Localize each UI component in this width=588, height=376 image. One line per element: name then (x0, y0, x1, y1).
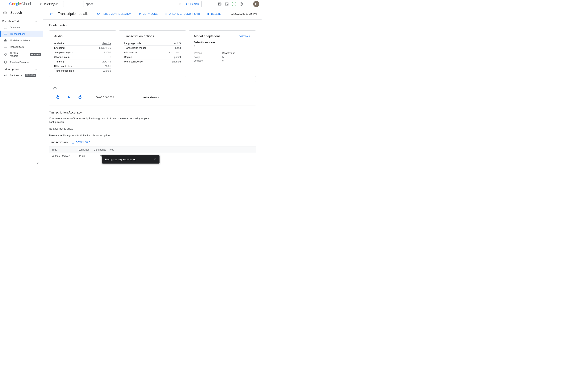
preview-badge: PREVIEW (25, 74, 36, 77)
timestamp: 03/20/2024, 12:36 PM (231, 12, 257, 15)
search-clear-button[interactable] (176, 1, 183, 7)
svg-rect-19 (5, 12, 5, 13)
svg-text:5: 5 (57, 97, 58, 98)
svg-rect-24 (4, 34, 5, 34)
chevron-up-icon (35, 68, 37, 71)
project-picker[interactable]: Test Project (37, 1, 64, 7)
adaptations-icon (4, 39, 7, 42)
close-icon (153, 158, 156, 161)
toast-message: Recognize request finished (105, 158, 136, 161)
boost-row: compost (194, 59, 222, 63)
avatar-letter: G (255, 2, 257, 6)
svg-rect-40 (5, 75, 5, 76)
upload-icon (165, 12, 168, 15)
reuse-configuration-button[interactable]: REUSE CONFIGURATION (95, 11, 133, 16)
search-button-label: Search (190, 2, 199, 6)
svg-point-37 (4, 53, 7, 56)
google-cloud-logo[interactable]: GoogleCloud (9, 2, 31, 6)
forward-5-button[interactable]: 5 (77, 94, 83, 100)
search-bar: Search (83, 1, 202, 7)
svg-rect-20 (6, 11, 6, 14)
accuracy-title: Transcription Accuracy (49, 111, 256, 114)
configuration-title: Configuration (49, 23, 256, 27)
svg-text:5: 5 (80, 97, 80, 98)
section-text-to-speech[interactable]: Text-to-Speech (0, 65, 43, 72)
toast: Recognize request finished (102, 155, 160, 163)
transcription-title: Transcription (49, 140, 68, 144)
svg-rect-32 (5, 46, 7, 46)
svg-rect-35 (4, 48, 5, 48)
svg-rect-30 (6, 40, 7, 42)
transcriptions-icon (4, 32, 7, 35)
view-audio-file-link[interactable]: View file (102, 42, 111, 45)
replay-5-button[interactable]: 5 (55, 94, 61, 100)
player-slider[interactable] (55, 89, 250, 89)
table-header: Time Language Confidence Text (49, 147, 256, 153)
home-icon (4, 26, 7, 29)
trash-icon (207, 12, 210, 15)
player-file: test-audio.wav (143, 96, 159, 99)
view-transcript-file-link[interactable]: View file (102, 60, 111, 63)
svg-point-8 (186, 3, 189, 5)
copy-code-button[interactable]: COPY CODE (136, 11, 160, 16)
main-content: Transcription details REUSE CONFIGURATIO… (43, 8, 262, 167)
play-button[interactable] (66, 94, 72, 100)
replay-icon: 5 (55, 95, 60, 100)
sidebar-item-model-adaptations[interactable]: Model Adaptations (0, 37, 43, 43)
page-title: Transcription details (58, 12, 88, 16)
sidebar-item-recognizers[interactable]: Recognizers (0, 43, 43, 50)
help-icon[interactable] (239, 2, 243, 6)
view-all-button[interactable]: VIEW ALL (239, 35, 251, 38)
download-button[interactable]: DOWNLOAD (72, 141, 91, 144)
notifications-button[interactable]: 1 (232, 2, 236, 6)
cloud-shell-icon[interactable] (225, 2, 229, 6)
cloud-shell-editor-icon[interactable] (218, 2, 222, 6)
upload-ground-truth-button[interactable]: UPLOAD GROUND TRUTH (163, 11, 202, 16)
svg-point-5 (40, 4, 41, 5)
back-button[interactable] (48, 10, 55, 17)
svg-point-38 (5, 54, 6, 55)
page-header: Transcription details REUSE CONFIGURATIO… (43, 8, 262, 20)
svg-rect-36 (5, 48, 7, 48)
hamburger-icon[interactable] (2, 2, 7, 6)
collapse-icon (37, 162, 40, 165)
product-header[interactable]: Speech (0, 8, 43, 17)
audio-player: 5 5 00:00.0 / 00:00.6 test-audio.wav (49, 81, 256, 105)
sidebar-item-synthesize[interactable]: Synthesize PREVIEW (0, 72, 43, 78)
delete-button[interactable]: DELETE (205, 11, 223, 16)
account-avatar[interactable]: G (253, 1, 259, 7)
svg-rect-33 (4, 47, 5, 47)
top-bar: GoogleCloud Test Project Search 1 (0, 0, 262, 8)
player-time: 00:00.0 / 00:00.6 (96, 96, 115, 99)
chevron-up-icon (35, 20, 37, 22)
sidebar-item-custom-models[interactable]: Custom Models PREVIEW (0, 50, 43, 59)
collapse-sidebar-button[interactable] (37, 162, 40, 165)
search-button[interactable]: Search (183, 1, 201, 7)
project-icon (39, 3, 42, 5)
download-icon (72, 141, 75, 144)
sidebar: Speech Speech-to-Text Overview Transcrip… (0, 8, 43, 167)
sidebar-item-transcriptions[interactable]: Transcriptions (0, 31, 43, 37)
phrase-header: Phrase (194, 51, 222, 55)
svg-rect-28 (4, 40, 5, 42)
sidebar-item-preview-features[interactable]: Preview Features (0, 59, 43, 65)
svg-rect-26 (4, 35, 5, 35)
section-speech-to-text[interactable]: Speech-to-Text (0, 17, 43, 24)
sidebar-item-overview[interactable]: Overview (0, 24, 43, 31)
arrow-left-icon (49, 12, 53, 16)
svg-point-4 (41, 3, 42, 4)
default-boost-value: 4 (194, 44, 251, 47)
svg-rect-29 (5, 39, 6, 42)
search-input[interactable] (84, 1, 176, 7)
svg-point-3 (40, 3, 41, 4)
card-audio-title: Audio (54, 34, 111, 38)
toast-close-button[interactable] (153, 158, 156, 161)
svg-point-16 (248, 5, 248, 5)
boost-header: Boost value (222, 51, 251, 55)
svg-rect-22 (4, 33, 5, 33)
svg-rect-23 (5, 33, 7, 33)
slider-thumb[interactable] (53, 87, 56, 90)
card-transcription-options: Transcription options Language codeen-US… (119, 30, 186, 77)
more-options-icon[interactable] (246, 2, 250, 6)
svg-point-14 (248, 2, 248, 3)
